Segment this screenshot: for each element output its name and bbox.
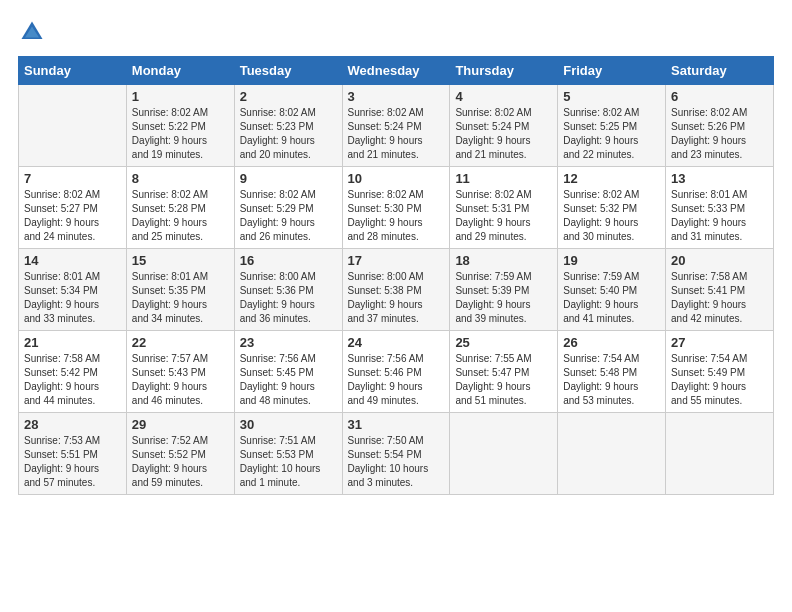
calendar-cell: 1Sunrise: 8:02 AM Sunset: 5:22 PM Daylig… (126, 85, 234, 167)
calendar-cell: 13Sunrise: 8:01 AM Sunset: 5:33 PM Dayli… (666, 167, 774, 249)
calendar-cell: 24Sunrise: 7:56 AM Sunset: 5:46 PM Dayli… (342, 331, 450, 413)
calendar-cell: 6Sunrise: 8:02 AM Sunset: 5:26 PM Daylig… (666, 85, 774, 167)
col-header-tuesday: Tuesday (234, 57, 342, 85)
day-info: Sunrise: 8:01 AM Sunset: 5:34 PM Dayligh… (24, 270, 121, 326)
calendar-cell: 21Sunrise: 7:58 AM Sunset: 5:42 PM Dayli… (19, 331, 127, 413)
day-number: 14 (24, 253, 121, 268)
calendar-cell: 22Sunrise: 7:57 AM Sunset: 5:43 PM Dayli… (126, 331, 234, 413)
page-container: SundayMondayTuesdayWednesdayThursdayFrid… (0, 0, 792, 505)
calendar-cell (450, 413, 558, 495)
day-number: 11 (455, 171, 552, 186)
day-info: Sunrise: 7:51 AM Sunset: 5:53 PM Dayligh… (240, 434, 337, 490)
day-info: Sunrise: 7:54 AM Sunset: 5:49 PM Dayligh… (671, 352, 768, 408)
day-info: Sunrise: 8:02 AM Sunset: 5:26 PM Dayligh… (671, 106, 768, 162)
day-info: Sunrise: 7:53 AM Sunset: 5:51 PM Dayligh… (24, 434, 121, 490)
day-number: 5 (563, 89, 660, 104)
calendar-cell: 26Sunrise: 7:54 AM Sunset: 5:48 PM Dayli… (558, 331, 666, 413)
calendar-cell: 28Sunrise: 7:53 AM Sunset: 5:51 PM Dayli… (19, 413, 127, 495)
day-number: 18 (455, 253, 552, 268)
day-info: Sunrise: 8:02 AM Sunset: 5:24 PM Dayligh… (348, 106, 445, 162)
day-number: 31 (348, 417, 445, 432)
day-info: Sunrise: 8:02 AM Sunset: 5:28 PM Dayligh… (132, 188, 229, 244)
calendar-cell: 27Sunrise: 7:54 AM Sunset: 5:49 PM Dayli… (666, 331, 774, 413)
col-header-thursday: Thursday (450, 57, 558, 85)
day-number: 22 (132, 335, 229, 350)
calendar-cell: 9Sunrise: 8:02 AM Sunset: 5:29 PM Daylig… (234, 167, 342, 249)
calendar-table: SundayMondayTuesdayWednesdayThursdayFrid… (18, 56, 774, 495)
col-header-sunday: Sunday (19, 57, 127, 85)
day-info: Sunrise: 7:55 AM Sunset: 5:47 PM Dayligh… (455, 352, 552, 408)
day-info: Sunrise: 8:00 AM Sunset: 5:38 PM Dayligh… (348, 270, 445, 326)
day-info: Sunrise: 8:01 AM Sunset: 5:35 PM Dayligh… (132, 270, 229, 326)
col-header-wednesday: Wednesday (342, 57, 450, 85)
calendar-cell: 8Sunrise: 8:02 AM Sunset: 5:28 PM Daylig… (126, 167, 234, 249)
calendar-cell: 14Sunrise: 8:01 AM Sunset: 5:34 PM Dayli… (19, 249, 127, 331)
col-header-friday: Friday (558, 57, 666, 85)
day-info: Sunrise: 8:02 AM Sunset: 5:31 PM Dayligh… (455, 188, 552, 244)
calendar-cell: 3Sunrise: 8:02 AM Sunset: 5:24 PM Daylig… (342, 85, 450, 167)
col-header-monday: Monday (126, 57, 234, 85)
header-row: SundayMondayTuesdayWednesdayThursdayFrid… (19, 57, 774, 85)
calendar-cell: 4Sunrise: 8:02 AM Sunset: 5:24 PM Daylig… (450, 85, 558, 167)
day-number: 2 (240, 89, 337, 104)
day-info: Sunrise: 7:59 AM Sunset: 5:39 PM Dayligh… (455, 270, 552, 326)
calendar-cell: 5Sunrise: 8:02 AM Sunset: 5:25 PM Daylig… (558, 85, 666, 167)
day-number: 23 (240, 335, 337, 350)
calendar-cell: 7Sunrise: 8:02 AM Sunset: 5:27 PM Daylig… (19, 167, 127, 249)
calendar-cell: 10Sunrise: 8:02 AM Sunset: 5:30 PM Dayli… (342, 167, 450, 249)
day-number: 27 (671, 335, 768, 350)
day-info: Sunrise: 7:58 AM Sunset: 5:41 PM Dayligh… (671, 270, 768, 326)
day-info: Sunrise: 8:02 AM Sunset: 5:22 PM Dayligh… (132, 106, 229, 162)
day-info: Sunrise: 8:02 AM Sunset: 5:30 PM Dayligh… (348, 188, 445, 244)
header (18, 18, 774, 46)
day-number: 24 (348, 335, 445, 350)
logo (18, 18, 50, 46)
day-number: 17 (348, 253, 445, 268)
calendar-cell: 23Sunrise: 7:56 AM Sunset: 5:45 PM Dayli… (234, 331, 342, 413)
week-row-4: 28Sunrise: 7:53 AM Sunset: 5:51 PM Dayli… (19, 413, 774, 495)
day-info: Sunrise: 7:50 AM Sunset: 5:54 PM Dayligh… (348, 434, 445, 490)
col-header-saturday: Saturday (666, 57, 774, 85)
logo-icon (18, 18, 46, 46)
day-info: Sunrise: 7:54 AM Sunset: 5:48 PM Dayligh… (563, 352, 660, 408)
calendar-cell: 12Sunrise: 8:02 AM Sunset: 5:32 PM Dayli… (558, 167, 666, 249)
day-number: 3 (348, 89, 445, 104)
day-number: 12 (563, 171, 660, 186)
calendar-cell: 29Sunrise: 7:52 AM Sunset: 5:52 PM Dayli… (126, 413, 234, 495)
day-info: Sunrise: 8:01 AM Sunset: 5:33 PM Dayligh… (671, 188, 768, 244)
day-number: 25 (455, 335, 552, 350)
calendar-cell: 17Sunrise: 8:00 AM Sunset: 5:38 PM Dayli… (342, 249, 450, 331)
calendar-cell: 31Sunrise: 7:50 AM Sunset: 5:54 PM Dayli… (342, 413, 450, 495)
day-number: 9 (240, 171, 337, 186)
day-info: Sunrise: 7:58 AM Sunset: 5:42 PM Dayligh… (24, 352, 121, 408)
calendar-cell: 16Sunrise: 8:00 AM Sunset: 5:36 PM Dayli… (234, 249, 342, 331)
day-info: Sunrise: 8:02 AM Sunset: 5:27 PM Dayligh… (24, 188, 121, 244)
day-info: Sunrise: 7:59 AM Sunset: 5:40 PM Dayligh… (563, 270, 660, 326)
day-number: 6 (671, 89, 768, 104)
calendar-cell: 30Sunrise: 7:51 AM Sunset: 5:53 PM Dayli… (234, 413, 342, 495)
day-number: 10 (348, 171, 445, 186)
day-number: 7 (24, 171, 121, 186)
day-number: 1 (132, 89, 229, 104)
calendar-cell: 18Sunrise: 7:59 AM Sunset: 5:39 PM Dayli… (450, 249, 558, 331)
day-info: Sunrise: 8:02 AM Sunset: 5:32 PM Dayligh… (563, 188, 660, 244)
calendar-cell: 2Sunrise: 8:02 AM Sunset: 5:23 PM Daylig… (234, 85, 342, 167)
day-number: 15 (132, 253, 229, 268)
day-number: 29 (132, 417, 229, 432)
calendar-cell (558, 413, 666, 495)
calendar-cell (666, 413, 774, 495)
day-number: 20 (671, 253, 768, 268)
day-info: Sunrise: 7:56 AM Sunset: 5:45 PM Dayligh… (240, 352, 337, 408)
day-number: 26 (563, 335, 660, 350)
week-row-1: 7Sunrise: 8:02 AM Sunset: 5:27 PM Daylig… (19, 167, 774, 249)
calendar-cell (19, 85, 127, 167)
day-number: 19 (563, 253, 660, 268)
week-row-3: 21Sunrise: 7:58 AM Sunset: 5:42 PM Dayli… (19, 331, 774, 413)
day-info: Sunrise: 8:02 AM Sunset: 5:25 PM Dayligh… (563, 106, 660, 162)
day-number: 8 (132, 171, 229, 186)
calendar-cell: 15Sunrise: 8:01 AM Sunset: 5:35 PM Dayli… (126, 249, 234, 331)
day-number: 16 (240, 253, 337, 268)
day-info: Sunrise: 7:56 AM Sunset: 5:46 PM Dayligh… (348, 352, 445, 408)
day-info: Sunrise: 8:02 AM Sunset: 5:29 PM Dayligh… (240, 188, 337, 244)
day-number: 21 (24, 335, 121, 350)
